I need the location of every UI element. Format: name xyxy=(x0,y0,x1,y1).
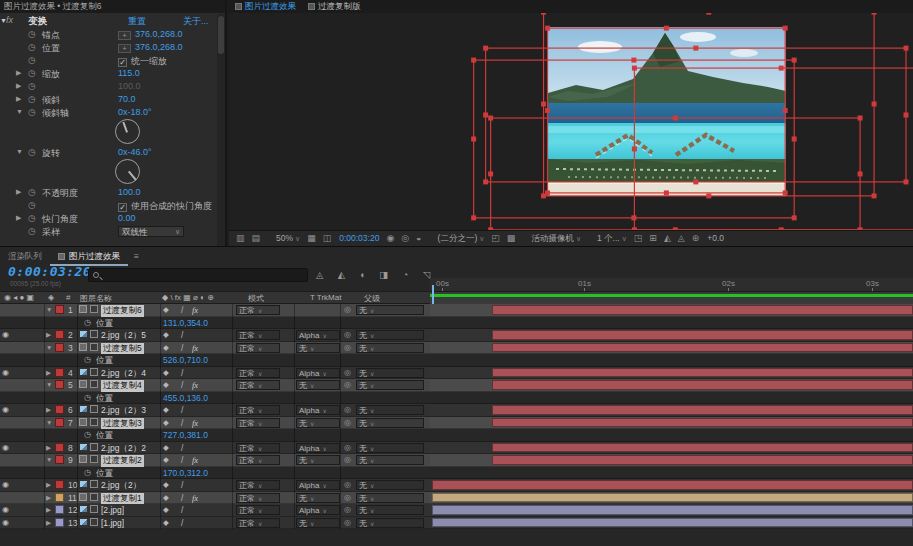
transform-handle[interactable] xyxy=(872,102,877,107)
quality-switch-icon[interactable]: ◆ xyxy=(163,505,169,514)
quality-switch-icon[interactable]: ◆ xyxy=(163,418,169,427)
parent-pickwhip-icon[interactable]: ◎ xyxy=(344,443,351,452)
layer-name[interactable]: 过渡复制6 xyxy=(101,305,144,317)
quality-switch-icon[interactable]: ◆ xyxy=(163,493,169,502)
transform-handle[interactable] xyxy=(488,116,493,121)
mode-select[interactable]: 正常∨ xyxy=(236,405,280,415)
quality-switch-icon[interactable]: ◆ xyxy=(163,405,169,414)
transform-handle[interactable] xyxy=(483,113,488,118)
sampling-select[interactable]: 双线性∨ xyxy=(118,226,184,237)
layer-row[interactable]: ▼5过渡复制4◆/fx正常∨无∨◎无∨ xyxy=(0,379,430,392)
time-ruler[interactable]: 00s01s02s03s xyxy=(430,278,913,292)
trkmat-select[interactable]: Alpha∨ xyxy=(296,505,340,515)
label-color-swatch[interactable] xyxy=(55,518,64,527)
track-row[interactable] xyxy=(430,329,913,342)
parent-pickwhip-icon[interactable]: ◎ xyxy=(344,480,351,489)
track-row[interactable] xyxy=(430,479,913,492)
stopwatch-icon[interactable]: ◷ xyxy=(28,68,36,78)
transform-handle[interactable] xyxy=(545,108,550,113)
property-row[interactable]: ◷位置727.0,381.0 xyxy=(0,429,430,442)
layer-row[interactable]: ◉▶22.jpg（2）5◆/正常∨Alpha∨◎无∨ xyxy=(0,329,430,342)
angle-dial[interactable] xyxy=(115,159,140,184)
stopwatch-icon[interactable]: ◷ xyxy=(84,468,91,477)
stopwatch-icon[interactable]: ◷ xyxy=(84,318,91,327)
effect-controls-tab[interactable]: 图片过渡效果 • 过渡复制6 xyxy=(0,0,225,13)
raster-switch-icon[interactable]: / xyxy=(181,405,183,415)
zoom-level[interactable]: 50%∨ xyxy=(268,233,300,243)
label-color-swatch[interactable] xyxy=(55,330,64,339)
transform-handle[interactable] xyxy=(706,13,711,15)
quality-switch-icon[interactable]: ◆ xyxy=(163,480,169,489)
parent-select[interactable]: 无∨ xyxy=(356,493,424,503)
checkbox[interactable]: ✓ xyxy=(118,58,127,67)
layer-expand-icon[interactable]: ▶ xyxy=(46,331,51,339)
parent-pickwhip-icon[interactable]: ◎ xyxy=(344,518,351,527)
transform-handle[interactable] xyxy=(858,116,863,121)
expand-arrow-icon[interactable]: ▶ xyxy=(16,188,21,196)
transform-handle[interactable] xyxy=(792,58,797,63)
shy-icon[interactable]: ◖ xyxy=(359,268,365,282)
track-row[interactable] xyxy=(430,417,913,430)
quality-switch-icon[interactable]: ◆ xyxy=(163,330,169,339)
transform-handle[interactable] xyxy=(488,171,493,176)
property-value[interactable]: 455.0,136.0 xyxy=(163,393,208,403)
stopwatch-icon[interactable]: ◷ xyxy=(28,107,36,117)
current-time-display[interactable]: 0:00:03:20 xyxy=(8,264,91,279)
track-row[interactable] xyxy=(430,367,913,380)
quality-switch-icon[interactable]: ◆ xyxy=(163,443,169,452)
parent-select[interactable]: 无∨ xyxy=(356,505,424,515)
mode-select[interactable]: 正常∨ xyxy=(236,518,280,528)
property-value[interactable]: 0x-46.0° xyxy=(118,147,152,157)
mode-select[interactable]: 正常∨ xyxy=(236,305,280,315)
property-row[interactable]: ◷位置131.0,354.0 xyxy=(0,317,430,330)
transform-handle[interactable] xyxy=(673,116,678,121)
label-color-swatch[interactable] xyxy=(55,368,64,377)
composition-canvas[interactable] xyxy=(229,13,913,230)
transform-handle[interactable] xyxy=(483,179,488,184)
layer-duration-bar[interactable] xyxy=(492,405,913,415)
parent-pickwhip-icon[interactable]: ◎ xyxy=(344,455,351,464)
eye-icon[interactable]: ◉ xyxy=(2,330,9,339)
checkbox[interactable]: ✓ xyxy=(118,203,127,212)
parent-select[interactable]: 无∨ xyxy=(356,480,424,490)
column-parent[interactable]: 父级 xyxy=(364,293,380,304)
effect-about-link[interactable]: 关于... xyxy=(183,15,209,28)
parent-select[interactable]: 无∨ xyxy=(356,330,424,340)
layer-duration-bar[interactable] xyxy=(492,343,913,353)
stopwatch-icon[interactable]: ◷ xyxy=(28,213,36,223)
label-color-swatch[interactable] xyxy=(55,305,64,314)
transform-handle[interactable] xyxy=(872,13,877,15)
column-mode[interactable]: 模式 xyxy=(248,293,264,304)
angle-dial[interactable] xyxy=(115,119,140,144)
raster-switch-icon[interactable]: / xyxy=(181,418,183,428)
layer-duration-bar[interactable] xyxy=(432,493,913,503)
layer-row[interactable]: ◉▶102.jpg（2）◆/正常∨Alpha∨◎无∨ xyxy=(0,479,430,492)
layer-row[interactable]: ▼1过渡复制6◆/fx正常∨◎无∨ xyxy=(0,304,430,317)
layer-row[interactable]: ◉▶62.jpg（2）3◆/正常∨Alpha∨◎无∨ xyxy=(0,404,430,417)
quality-switch-icon[interactable]: ◆ xyxy=(163,455,169,464)
eye-icon[interactable]: ◉ xyxy=(2,443,9,452)
parent-pickwhip-icon[interactable]: ◎ xyxy=(344,330,351,339)
transform-handle[interactable] xyxy=(631,58,636,63)
parent-select[interactable]: 无∨ xyxy=(356,518,424,528)
transform-handle[interactable] xyxy=(858,171,863,176)
transform-handle[interactable] xyxy=(779,66,784,71)
layer-duration-bar[interactable] xyxy=(492,418,913,428)
raster-switch-icon[interactable]: / xyxy=(181,305,183,315)
viewer-timecode[interactable]: 0:00:03:20 xyxy=(339,233,379,243)
current-time-indicator[interactable] xyxy=(432,285,434,304)
channels-icon[interactable]: ◒ xyxy=(416,233,421,243)
flatten-icon[interactable]: ▥ xyxy=(236,233,245,243)
property-value[interactable]: 526.0,710.0 xyxy=(163,355,208,365)
layer-duration-bar[interactable] xyxy=(432,518,913,528)
expand-arrow-icon[interactable]: ▶ xyxy=(16,95,21,103)
label-color-swatch[interactable] xyxy=(55,418,64,427)
transform-handle[interactable] xyxy=(706,193,711,198)
stopwatch-icon[interactable]: ◷ xyxy=(84,430,91,439)
parent-select[interactable]: 无∨ xyxy=(356,343,424,353)
track-row[interactable] xyxy=(430,492,913,505)
raster-switch-icon[interactable]: / xyxy=(181,480,183,490)
view-layout-select[interactable]: 1 个...∨ xyxy=(589,233,627,243)
quality-switch-icon[interactable]: ◆ xyxy=(163,380,169,389)
transform-handle[interactable] xyxy=(783,190,788,195)
